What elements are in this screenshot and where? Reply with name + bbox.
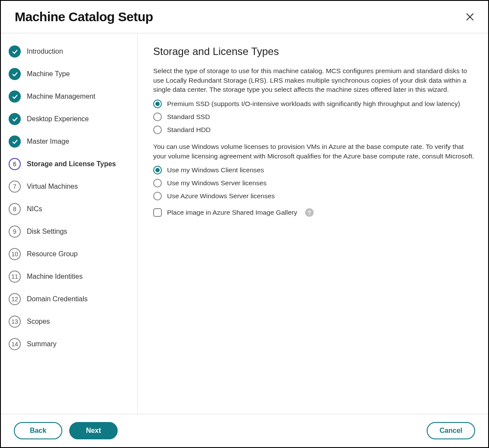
wizard-step[interactable]: Machine Type (9, 68, 129, 80)
license-option: Use my Windows Client licenses (153, 166, 476, 174)
storage-radio[interactable] (153, 100, 162, 108)
license-label: Use my Windows Server licenses (167, 179, 267, 187)
step-label: Machine Type (27, 70, 70, 78)
step-number-badge: 9 (9, 226, 21, 238)
step-label: Summary (27, 340, 56, 348)
step-check-icon (9, 113, 21, 125)
step-label: Machine Identities (27, 273, 83, 280)
storage-option: Standard HDD (153, 126, 476, 134)
storage-label: Premium SSD (supports I/O-intensive work… (167, 100, 460, 108)
dialog-header: Machine Catalog Setup (1, 1, 488, 33)
license-label: Use Azure Windows Server licenses (167, 192, 275, 200)
step-number-badge: 10 (9, 248, 21, 260)
wizard-step[interactable]: 14Summary (9, 338, 129, 350)
main-panel: Storage and License Types Select the typ… (138, 33, 488, 414)
step-label: Domain Credentials (27, 295, 88, 303)
wizard-step[interactable]: 7Virtual Machines (9, 180, 129, 193)
wizard-sidebar: IntroductionMachine TypeMachine Manageme… (1, 33, 138, 414)
wizard-step[interactable]: Master Image (9, 135, 129, 148)
shared-gallery-row: Place image in Azure Shared Image Galler… (153, 208, 476, 217)
license-radio[interactable] (153, 179, 162, 187)
step-label: Master Image (27, 138, 69, 145)
dialog-body: IntroductionMachine TypeMachine Manageme… (1, 33, 488, 414)
wizard-step[interactable]: Machine Management (9, 90, 129, 103)
wizard-step[interactable]: 13Scopes (9, 316, 129, 328)
license-radio[interactable] (153, 166, 162, 174)
next-button[interactable]: Next (69, 422, 118, 439)
wizard-step[interactable]: Desktop Experience (9, 113, 129, 125)
step-number-badge: 8 (9, 203, 21, 215)
license-radio[interactable] (153, 192, 162, 200)
storage-label: Standard HDD (167, 126, 211, 134)
step-label: Machine Management (27, 93, 95, 100)
step-label: Resource Group (27, 250, 77, 258)
step-number-badge: 11 (9, 271, 21, 283)
step-number-badge: 14 (9, 338, 21, 350)
wizard-step[interactable]: 11Machine Identities (9, 271, 129, 283)
dialog-title: Machine Catalog Setup (15, 10, 153, 24)
step-label: Desktop Experience (27, 115, 89, 123)
close-icon[interactable] (465, 12, 475, 22)
step-check-icon (9, 45, 21, 58)
license-option: Use Azure Windows Server licenses (153, 192, 476, 200)
storage-label: Standard SSD (167, 113, 210, 121)
shared-gallery-label: Place image in Azure Shared Image Galler… (167, 209, 297, 216)
wizard-step[interactable]: Introduction (9, 45, 129, 58)
license-options: Use my Windows Client licensesUse my Win… (153, 166, 476, 200)
wizard-step[interactable]: 8NICs (9, 203, 129, 215)
help-icon[interactable]: ? (305, 208, 314, 217)
step-label: Storage and License Types (27, 160, 116, 168)
back-button[interactable]: Back (14, 422, 62, 439)
step-label: Virtual Machines (27, 183, 78, 190)
license-option: Use my Windows Server licenses (153, 179, 476, 187)
step-check-icon (9, 68, 21, 80)
step-number-badge: 13 (9, 316, 21, 328)
license-description: You can use Windows volume licenses to p… (153, 142, 476, 161)
storage-radio[interactable] (153, 113, 162, 121)
wizard-step[interactable]: 6Storage and License Types (9, 158, 129, 170)
dialog-window: Machine Catalog Setup IntroductionMachin… (0, 0, 489, 448)
storage-options: Premium SSD (supports I/O-intensive work… (153, 100, 476, 134)
cancel-button[interactable]: Cancel (427, 422, 475, 439)
step-check-icon (9, 135, 21, 148)
step-number-badge: 7 (9, 180, 21, 193)
step-label: NICs (27, 205, 42, 213)
license-label: Use my Windows Client licenses (167, 166, 264, 174)
page-title: Storage and License Types (153, 45, 476, 58)
step-label: Scopes (27, 318, 50, 326)
step-label: Introduction (27, 48, 63, 55)
wizard-step[interactable]: 9Disk Settings (9, 226, 129, 238)
wizard-step[interactable]: 10Resource Group (9, 248, 129, 260)
shared-gallery-checkbox[interactable] (153, 208, 162, 217)
storage-option: Premium SSD (supports I/O-intensive work… (153, 100, 476, 108)
dialog-footer: Back Next Cancel (1, 414, 488, 447)
step-number-badge: 12 (9, 293, 21, 305)
storage-option: Standard SSD (153, 113, 476, 121)
step-number-badge: 6 (9, 158, 21, 170)
step-check-icon (9, 90, 21, 103)
storage-description: Select the type of storage to use for th… (153, 66, 476, 94)
storage-radio[interactable] (153, 126, 162, 134)
wizard-step[interactable]: 12Domain Credentials (9, 293, 129, 305)
step-label: Disk Settings (27, 228, 67, 235)
